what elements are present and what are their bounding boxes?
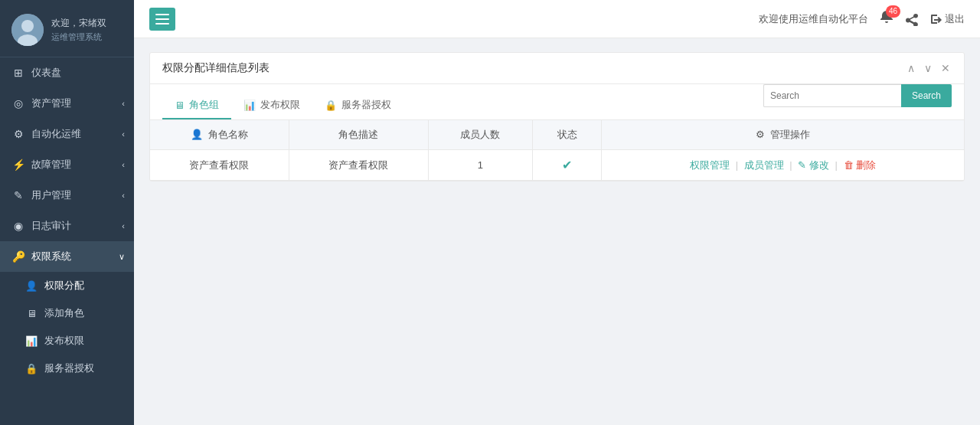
- automation-label: 自动化运维: [31, 127, 81, 141]
- server-auth-tab-icon: 🔒: [325, 100, 337, 111]
- sidebar-welcome-text: 欢迎，宋绪双: [51, 17, 106, 30]
- th-role-desc: 角色描述: [289, 120, 428, 150]
- sidebar-user-info: 欢迎，宋绪双 运维管理系统: [51, 17, 106, 43]
- server-auth-label: 服务器授权: [44, 361, 94, 375]
- cell-status: ✔: [533, 150, 602, 181]
- content-area: 权限分配详细信息列表 ∧ ∨ ✕ 🖥 角色组 📊 发布权限: [134, 38, 980, 425]
- sidebar-menu: ⊞ 仪表盘 ◎ 资产管理 ‹ ⚙ 自动化运维 ‹ ⚡ 故障管理 ‹ ✎ 用户管理…: [0, 57, 134, 425]
- audit-icon: ◉: [11, 220, 25, 232]
- topbar-right: 欢迎使用运维自动化平台 46 退出: [759, 9, 965, 28]
- cell-role-desc: 资产查看权限: [289, 150, 428, 181]
- tabs-search-row: 🖥 角色组 📊 发布权限 🔒 服务器授权 Search: [150, 84, 964, 120]
- permission-icon: 🔑: [11, 250, 25, 263]
- user-icon: ✎: [11, 189, 25, 201]
- th-role-name-label: 角色名称: [208, 129, 248, 140]
- sidebar-item-automation[interactable]: ⚙ 自动化运维 ‹: [0, 119, 134, 149]
- search-input[interactable]: [763, 84, 901, 107]
- submenu-item-server-auth[interactable]: 🔒 服务器授权: [0, 355, 134, 382]
- automation-arrow: ‹: [122, 129, 125, 139]
- data-table: 👤 角色名称 角色描述 成员人数 状态 ⚙: [150, 120, 964, 181]
- action-perm-mgmt[interactable]: 权限管理: [690, 159, 730, 171]
- action-delete[interactable]: 🗑 删除: [844, 159, 877, 171]
- tab-role-group[interactable]: 🖥 角色组: [162, 92, 231, 119]
- audit-arrow: ‹: [122, 221, 125, 230]
- svg-rect-5: [155, 23, 169, 25]
- th-role-desc-label: 角色描述: [338, 129, 378, 140]
- logout-button[interactable]: 退出: [929, 12, 965, 26]
- tabs: 🖥 角色组 📊 发布权限 🔒 服务器授权: [162, 92, 403, 119]
- fault-icon: ⚡: [11, 159, 25, 171]
- th-status-label: 状态: [557, 129, 577, 140]
- add-role-icon: 🖥: [24, 308, 38, 319]
- svg-rect-4: [155, 18, 169, 20]
- sidebar-item-audit[interactable]: ◉ 日志审计 ‹: [0, 211, 134, 241]
- permission-arrow: ∨: [119, 252, 125, 262]
- role-group-icon: 🖥: [175, 100, 185, 111]
- main-content: 欢迎使用运维自动化平台 46 退出: [134, 0, 980, 425]
- tab-server-auth[interactable]: 🔒 服务器授权: [312, 92, 403, 119]
- delete-icon: 🗑: [844, 159, 854, 171]
- user-label: 用户管理: [31, 188, 71, 202]
- th-role-name: 👤 角色名称: [150, 120, 289, 150]
- svg-rect-3: [155, 14, 169, 15]
- panel-collapse-button[interactable]: ∨: [923, 60, 933, 76]
- cell-actions: 权限管理 | 成员管理 | ✎ 修改 | 🗑 删除: [602, 150, 964, 181]
- th-actions: ⚙ 管理操作: [602, 120, 964, 150]
- edit-label: 修改: [809, 159, 829, 171]
- status-check-icon: ✔: [562, 159, 572, 172]
- tab-server-auth-label: 服务器授权: [341, 98, 391, 112]
- user-arrow: ‹: [122, 191, 125, 200]
- tab-publish-perm[interactable]: 📊 发布权限: [231, 92, 312, 119]
- edit-pencil-icon: ✎: [798, 159, 806, 171]
- sidebar-item-user[interactable]: ✎ 用户管理 ‹: [0, 180, 134, 211]
- topbar: 欢迎使用运维自动化平台 46 退出: [134, 0, 980, 38]
- add-role-label: 添加角色: [44, 306, 84, 320]
- automation-icon: ⚙: [11, 128, 25, 140]
- submenu-item-add-role[interactable]: 🖥 添加角色: [0, 299, 134, 327]
- cell-member-count: 1: [428, 150, 532, 181]
- search-button[interactable]: Search: [901, 84, 952, 107]
- dashboard-icon: ⊞: [11, 67, 25, 79]
- sidebar-item-permission[interactable]: 🔑 权限系统 ∨: [0, 241, 134, 272]
- publish-perm-tab-icon: 📊: [243, 100, 256, 111]
- notification-button[interactable]: 46: [879, 9, 894, 28]
- sidebar-item-dashboard[interactable]: ⊞ 仪表盘: [0, 57, 134, 88]
- fault-arrow: ‹: [122, 160, 125, 169]
- publish-perm-icon: 📊: [24, 335, 38, 347]
- asset-label: 资产管理: [31, 96, 71, 110]
- action-member-mgmt[interactable]: 成员管理: [744, 159, 784, 171]
- search-area: Search: [763, 84, 952, 113]
- submenu-item-publish-perm[interactable]: 📊 发布权限: [0, 327, 134, 355]
- action-edit[interactable]: ✎ 修改: [798, 159, 831, 171]
- th-member-count: 成员人数: [428, 120, 532, 150]
- logout-label: 退出: [945, 12, 965, 26]
- action-sep1: |: [736, 159, 738, 171]
- sidebar-system-name: 运维管理系统: [51, 31, 106, 43]
- action-sep3: |: [835, 159, 838, 171]
- th-actions-label: 管理操作: [770, 129, 810, 140]
- topbar-menu-button[interactable]: [149, 8, 175, 31]
- server-auth-icon: 🔒: [24, 363, 38, 374]
- perm-assign-label: 权限分配: [44, 279, 84, 293]
- publish-perm-label: 发布权限: [44, 334, 84, 348]
- tab-role-group-label: 角色组: [189, 98, 219, 112]
- th-role-icon: 👤: [191, 129, 203, 140]
- sidebar-item-fault[interactable]: ⚡ 故障管理 ‹: [0, 149, 134, 180]
- permission-label: 权限系统: [31, 250, 71, 263]
- sidebar-header: 欢迎，宋绪双 运维管理系统: [0, 0, 134, 57]
- table-row: 资产查看权限 资产查看权限 1 ✔ 权限管理 | 成员管理 | ✎: [150, 150, 964, 181]
- submenu-item-perm-assign[interactable]: 👤 权限分配: [0, 272, 134, 299]
- th-status: 状态: [533, 120, 602, 150]
- topbar-share-icon[interactable]: [905, 12, 919, 26]
- th-actions-icon: ⚙: [756, 129, 765, 140]
- panel-header: 权限分配详细信息列表 ∧ ∨ ✕: [150, 53, 964, 84]
- panel-close-button[interactable]: ✕: [939, 60, 952, 76]
- asset-arrow: ‹: [122, 99, 125, 108]
- cell-role-name: 资产查看权限: [150, 150, 289, 181]
- sidebar-item-asset[interactable]: ◎ 资产管理 ‹: [0, 88, 134, 119]
- panel-header-actions: ∧ ∨ ✕: [906, 60, 952, 76]
- panel-title: 权限分配详细信息列表: [162, 61, 270, 75]
- avatar: [11, 14, 44, 46]
- dashboard-label: 仪表盘: [31, 66, 61, 80]
- panel-expand-button[interactable]: ∧: [906, 60, 916, 76]
